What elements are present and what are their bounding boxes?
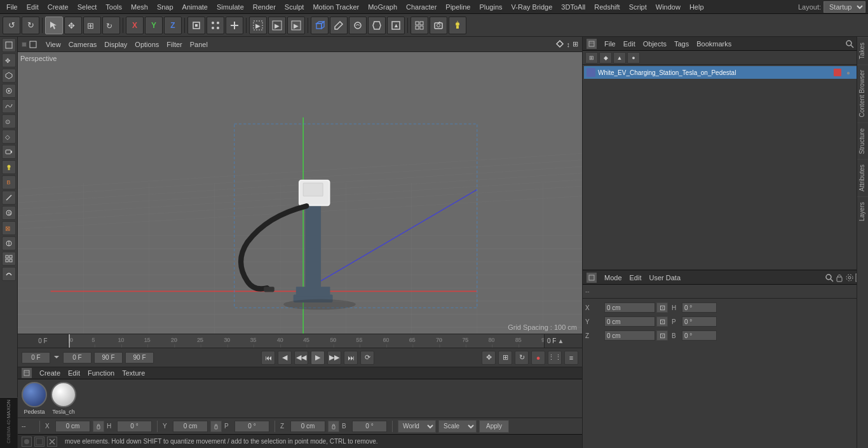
sculpt-btn[interactable] [349, 17, 367, 34]
coord-h-rot[interactable] [117, 421, 152, 432]
viewport-filter-menu[interactable]: Filter [166, 41, 182, 48]
viewport-corner-btn[interactable] [22, 42, 27, 47]
x-axis-button[interactable]: X [126, 17, 144, 34]
play-fwd-btn[interactable]: ▶ [311, 351, 325, 365]
playback-end-input[interactable] [125, 352, 154, 363]
viewport-cameras-menu[interactable]: Cameras [69, 41, 97, 48]
menu-help[interactable]: Help [686, 2, 708, 12]
move-keyframe-btn[interactable]: ✥ [482, 351, 496, 365]
tab-content-browser[interactable]: Content Browser [857, 64, 868, 122]
menu-file[interactable]: File [3, 2, 22, 12]
render-region-btn[interactable]: ▶ [249, 17, 267, 34]
y-axis-button[interactable]: Y [145, 17, 163, 34]
menu-tools[interactable]: Tools [102, 2, 126, 12]
attr-lock-icon[interactable] [835, 273, 844, 282]
status-icon-2[interactable] [34, 437, 44, 447]
layout-dropdown[interactable]: Startup [824, 1, 865, 13]
paint-btn[interactable]: ▲ [387, 17, 405, 34]
tab-takes[interactable]: Takes [857, 37, 868, 64]
coord-x-lock[interactable] [93, 421, 104, 432]
obj-item-charging-station[interactable]: White_EV_Charging_Station_Tesla_on_Pedes… [584, 66, 867, 79]
menu-animate[interactable]: Animate [179, 2, 212, 12]
bevel-btn[interactable] [368, 17, 386, 34]
obj-tool-1[interactable]: ⊞ [585, 52, 598, 64]
obj-search-icon[interactable] [845, 39, 854, 48]
viewport[interactable]: X Y Z Perspective Grid Spacing : 100 cm [18, 52, 582, 334]
end-frame-input[interactable] [94, 352, 123, 363]
attr-b-rot-input[interactable] [682, 330, 717, 341]
viewport-panel-menu[interactable]: Panel [190, 41, 208, 48]
obj-bookmarks-menu[interactable]: Bookmarks [696, 40, 731, 48]
tool-generator[interactable]: ⊙ [2, 114, 16, 128]
tool-boole[interactable]: B [2, 175, 16, 189]
obj-tool-2[interactable]: ◆ [599, 52, 612, 64]
tool-deformer[interactable]: ◇ [2, 130, 16, 144]
attr-x-pos-input[interactable] [604, 302, 655, 313]
menu-motion-tracker[interactable]: Motion Tracker [309, 2, 363, 12]
menu-window[interactable]: Window [652, 2, 684, 12]
tool-nurbs[interactable] [2, 84, 16, 98]
coord-x-pos[interactable] [55, 421, 90, 432]
viewport-display-menu[interactable]: Display [104, 41, 127, 48]
viewport-nav-2[interactable]: ↕ [567, 41, 571, 48]
coord-b-rot[interactable] [352, 421, 387, 432]
light-btn[interactable] [449, 17, 466, 34]
status-icon-1[interactable] [22, 437, 32, 447]
attr-p-rot-input[interactable] [682, 316, 717, 327]
obj-tool-3[interactable]: ▲ [613, 52, 626, 64]
undo-button[interactable]: ↺ [3, 17, 20, 34]
viewport-nav-3[interactable]: ⊞ [573, 40, 578, 48]
start-frame-down[interactable] [53, 353, 60, 362]
menu-vray[interactable]: V-Ray Bridge [508, 2, 557, 12]
skip-to-start-btn[interactable]: ⏮ [261, 351, 275, 365]
coord-scale-dropdown[interactable]: Scale [438, 420, 477, 433]
tool-polygon[interactable] [2, 69, 16, 83]
mat-texture-menu[interactable]: Texture [122, 369, 145, 377]
pen-btn[interactable] [330, 17, 348, 34]
obj-file-menu[interactable]: File [604, 40, 616, 48]
material-item-tesla[interactable]: Tesla_ch [51, 382, 76, 415]
tool-paint[interactable]: S [2, 206, 16, 220]
viewport-nav-1[interactable] [555, 39, 564, 50]
coord-z-pos[interactable] [290, 421, 325, 432]
obj-tags-menu[interactable]: Tags [674, 40, 689, 48]
obj-visibility-toggle[interactable]: ● [844, 68, 853, 77]
select-tool[interactable] [45, 17, 63, 34]
rotate-tool[interactable]: ↻ [102, 17, 120, 34]
menu-script[interactable]: Script [625, 2, 651, 12]
menu-3dtoall[interactable]: 3DToAll [557, 2, 589, 12]
obj-edit-menu[interactable]: Edit [623, 40, 635, 48]
add-keyframe-btn[interactable]: ⊞ [498, 351, 512, 365]
attr-mode-menu[interactable]: Mode [604, 274, 622, 282]
object-mode-btn[interactable] [187, 17, 205, 34]
attr-edit-menu[interactable]: Edit [630, 274, 642, 282]
status-close[interactable] [47, 437, 57, 447]
timeline-ruler[interactable]: 0 5 10 15 20 25 30 35 40 45 50 55 60 65 [69, 334, 544, 348]
material-item-pedestal[interactable]: Pedesta [22, 382, 47, 415]
start-frame-input[interactable] [22, 352, 50, 363]
timeline-view-btn[interactable]: ≡ [564, 351, 578, 365]
record-btn[interactable]: ● [531, 351, 545, 365]
viewport-view-menu[interactable]: View [46, 41, 61, 48]
step-fwd-btn[interactable]: ▶▶ [327, 351, 341, 365]
menu-mesh[interactable]: Mesh [127, 2, 152, 12]
scale-tool[interactable]: ⊞ [83, 17, 101, 34]
edges-mode-btn[interactable] [226, 17, 243, 34]
menu-simulate[interactable]: Simulate [213, 2, 248, 12]
mat-edit-menu[interactable]: Edit [68, 369, 80, 377]
auto-keyframe-btn[interactable]: ↻ [515, 351, 529, 365]
coord-y-lock[interactable] [210, 421, 222, 432]
frame-counter-up[interactable]: ▲ [557, 337, 564, 344]
attr-settings-icon[interactable] [845, 273, 854, 282]
tool-move[interactable]: ✥ [2, 53, 16, 67]
attr-z-pos-input[interactable] [604, 330, 655, 341]
menu-plugins[interactable]: Plugins [475, 2, 506, 12]
attr-y-lock[interactable]: ⊡ [656, 316, 668, 327]
cube-btn[interactable] [311, 17, 329, 34]
step-back-btn[interactable]: ◀ [278, 351, 292, 365]
attr-search-icon[interactable] [825, 273, 834, 282]
coord-y-pos[interactable] [173, 421, 208, 432]
menu-create[interactable]: Create [44, 2, 72, 12]
points-mode-btn[interactable] [207, 17, 224, 34]
z-axis-button[interactable]: Z [164, 17, 182, 34]
